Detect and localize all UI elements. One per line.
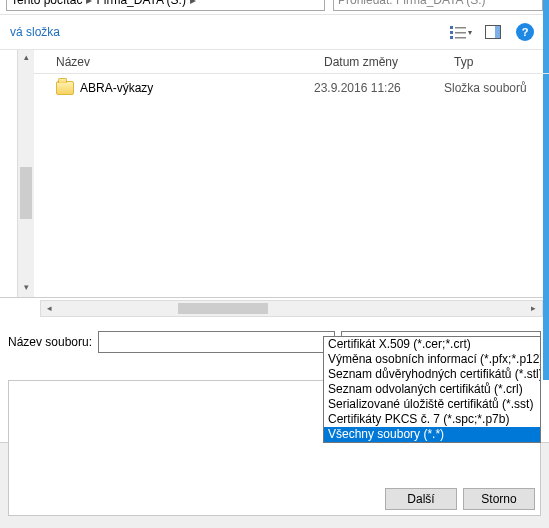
dropdown-option[interactable]: Všechny soubory (*.*) <box>324 427 540 442</box>
view-details-button[interactable]: ▾ <box>447 20 475 44</box>
chevron-right-icon: ▸ <box>190 0 196 7</box>
dialog-buttons: Další Storno <box>385 488 535 510</box>
svg-rect-7 <box>495 26 500 38</box>
help-button[interactable]: ? <box>511 20 539 44</box>
scroll-track[interactable] <box>18 67 34 280</box>
new-folder-button[interactable]: vá složka <box>10 25 60 39</box>
row-name: ABRA-výkazy <box>80 81 153 95</box>
file-list-pane: ▴ ▾ Název Datum změny Typ ABRA-výkazy 23… <box>0 50 549 298</box>
preview-pane-icon <box>485 25 501 39</box>
cell-date: 23.9.2016 11:26 <box>314 81 444 95</box>
filename-label: Název souboru: <box>8 335 92 349</box>
svg-rect-5 <box>455 37 466 39</box>
dropdown-option[interactable]: Serializované úložiště certifikátů (*.ss… <box>324 397 540 412</box>
scroll-thumb[interactable] <box>178 303 268 314</box>
chevron-down-icon: ▾ <box>468 28 472 37</box>
next-button[interactable]: Další <box>385 488 457 510</box>
dropdown-option[interactable]: Výměna osobních informací (*.pfx;*.p12) <box>324 352 540 367</box>
search-placeholder: Prohledat: Firma_DATA (S:) <box>338 0 486 7</box>
svg-rect-1 <box>450 31 453 34</box>
nav-tree-panel[interactable]: ▴ ▾ <box>0 50 34 297</box>
chevron-right-icon: ▸ <box>86 0 92 7</box>
scroll-down-button[interactable]: ▾ <box>18 280 34 297</box>
cell-type: Složka souborů <box>444 81 549 95</box>
svg-rect-2 <box>450 36 453 39</box>
cell-name: ABRA-výkazy <box>34 81 314 95</box>
file-type-dropdown[interactable]: Certifikát X.509 (*.cer;*.crt) Výměna os… <box>323 336 541 443</box>
toolbar: vá složka ▾ ? <box>0 14 549 50</box>
svg-rect-3 <box>455 27 466 29</box>
search-input[interactable]: Prohledat: Firma_DATA (S:) <box>333 0 543 11</box>
filename-input[interactable]: ▾ <box>98 331 335 353</box>
dropdown-option[interactable]: Seznam důvěryhodných certifikátů (*.stl) <box>324 367 540 382</box>
nav-vertical-scrollbar[interactable]: ▴ ▾ <box>17 50 34 297</box>
dropdown-option[interactable]: Certifikát X.509 (*.cer;*.crt) <box>324 337 540 352</box>
folder-icon <box>56 81 74 95</box>
dropdown-option[interactable]: Seznam odvolaných certifikátů (*.crl) <box>324 382 540 397</box>
breadcrumb[interactable]: Tento počítač ▸ Firma_DATA (S:) ▸ <box>6 0 325 11</box>
svg-rect-0 <box>450 26 453 29</box>
scroll-up-button[interactable]: ▴ <box>18 50 34 67</box>
column-header-type[interactable]: Typ <box>444 55 549 69</box>
column-headers: Název Datum změny Typ <box>34 50 549 74</box>
file-list: Název Datum změny Typ ABRA-výkazy 23.9.2… <box>34 50 549 297</box>
list-horizontal-scrollbar[interactable]: ◂ ▸ <box>40 300 543 317</box>
column-header-date[interactable]: Datum změny <box>314 55 444 69</box>
breadcrumb-seg-2[interactable]: Firma_DATA (S:) <box>96 0 186 7</box>
scroll-thumb[interactable] <box>20 167 32 219</box>
table-row[interactable]: ABRA-výkazy 23.9.2016 11:26 Složka soubo… <box>34 74 549 102</box>
column-header-name[interactable]: Název <box>34 55 314 69</box>
address-row: Tento počítač ▸ Firma_DATA (S:) ▸ Prohle… <box>0 0 549 14</box>
scroll-track[interactable] <box>58 301 525 316</box>
file-rows: ABRA-výkazy 23.9.2016 11:26 Složka soubo… <box>34 74 549 297</box>
scroll-right-button[interactable]: ▸ <box>525 301 542 316</box>
help-icon: ? <box>516 23 534 41</box>
svg-rect-4 <box>455 32 466 34</box>
preview-pane-button[interactable] <box>479 20 507 44</box>
cancel-button[interactable]: Storno <box>463 488 535 510</box>
breadcrumb-seg-1[interactable]: Tento počítač <box>11 0 82 7</box>
scroll-left-button[interactable]: ◂ <box>41 301 58 316</box>
dropdown-option[interactable]: Certifikáty PKCS č. 7 (*.spc;*.p7b) <box>324 412 540 427</box>
list-view-icon <box>450 25 466 39</box>
